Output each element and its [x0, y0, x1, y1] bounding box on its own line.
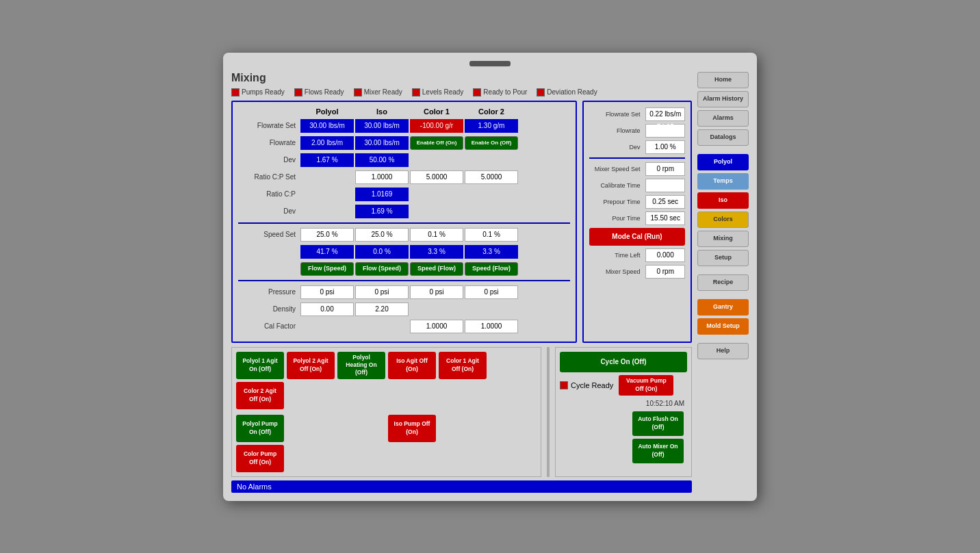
cal-factor-color2[interactable]: 1.0000 [465, 320, 518, 333]
polyol-button[interactable]: Polyol [697, 154, 749, 170]
flowrate-color1-enable[interactable]: Enable Off (On) [410, 136, 463, 150]
right-calibrate-time-label: Calibrate Time [589, 182, 643, 189]
polyol-heating-button[interactable]: Polyol Heating On (Off) [337, 352, 385, 379]
auto-mixer-button[interactable]: Auto Mixer On (Off) [632, 439, 684, 463]
speed-mode-iso[interactable]: Flow (Speed) [355, 262, 409, 276]
speed-set-color1[interactable]: 0.1 % [410, 228, 463, 242]
speed-mode-color2[interactable]: Speed (Flow) [465, 262, 518, 276]
iso-agit-button[interactable]: Iso Agit Off (On) [388, 352, 436, 379]
iso-pump-button[interactable]: Iso Pump Off (On) [388, 415, 436, 442]
mode-cal-run-button[interactable]: Mode Cal (Run) [589, 228, 685, 246]
speed-mode-polyol[interactable]: Flow (Speed) [300, 262, 354, 276]
pressure-polyol[interactable]: 0 psi [300, 285, 354, 299]
pressure-color1[interactable]: 0 psi [410, 285, 463, 299]
ratio-set-color1[interactable]: 5.0000 [410, 170, 463, 184]
right-mixer-speed-value[interactable]: 0 rpm [645, 265, 685, 279]
header-color1: Color 1 [409, 107, 464, 116]
speed-mode-color1[interactable]: Speed (Flow) [410, 262, 463, 276]
polyol-pump-button[interactable]: Polyol Pump On (Off) [236, 415, 284, 442]
speed-actual-iso[interactable]: 0.0 % [355, 245, 409, 259]
right-panel: Flowrate Set 0.22 lbs/m Flowrate 74.25 l… [582, 101, 692, 343]
main-panel: Polyol Iso Color 1 Color 2 Flowrate Set … [231, 101, 692, 343]
setup-button[interactable]: Setup [697, 250, 749, 266]
divider [547, 347, 550, 477]
speed-mode-row: Flow (Speed) Flow (Speed) Speed (Flow) S… [238, 261, 570, 276]
right-mixer-speed-set-value[interactable]: 0 rpm [645, 162, 685, 176]
flowrate-polyol-top[interactable]: 2.00 lbs/m [300, 136, 354, 150]
ratio-set-iso[interactable]: 1.0000 [355, 170, 409, 184]
home-button[interactable]: Home [697, 72, 749, 88]
speed-actual-color2[interactable]: 3.3 % [465, 245, 518, 259]
mixer-ready-label: Mixer Ready [364, 88, 402, 96]
ratio-dev-color2-empty [465, 205, 518, 218]
temps-button[interactable]: Temps [697, 173, 749, 190]
no-alarms-bar: No Alarms [231, 480, 692, 493]
right-calibrate-time-value[interactable]: 83.33 sec [645, 179, 685, 192]
flowrate-set-polyol[interactable]: 30.00 lbs/m [300, 119, 354, 133]
cycle-on-button[interactable]: Cycle On (Off) [560, 352, 687, 372]
speed-mode-empty [239, 262, 299, 276]
help-button[interactable]: Help [697, 343, 749, 359]
alarms-button[interactable]: Alarms [697, 110, 749, 127]
auto-flush-button[interactable]: Auto Flush On (Off) [632, 411, 684, 436]
ratio-iso-top[interactable]: 1.0169 [355, 188, 409, 201]
ready-pour-label: Ready to Pour [483, 88, 527, 96]
right-time-left-value[interactable]: 0.000 [645, 248, 685, 262]
speed-set-label: Speed Set [238, 231, 300, 238]
right-flowrate-set-value[interactable]: 0.22 lbs/m [645, 107, 685, 121]
right-time-left-label: Time Left [589, 252, 643, 259]
header-polyol: Polyol [300, 107, 354, 116]
flowrate-set-color1[interactable]: -100.00 g/r [410, 119, 463, 133]
pressure-color2[interactable]: 0 psi [465, 285, 518, 299]
ratio-dev-iso[interactable]: 1.69 % [355, 205, 409, 218]
flowrate-dev-iso[interactable]: 50.00 % [355, 153, 409, 167]
right-dev-label: Dev [589, 144, 643, 151]
right-prepour-time-value[interactable]: 0.25 sec [645, 195, 685, 209]
ratio-color1-empty [410, 188, 463, 201]
right-dev-value[interactable]: 1.00 % [645, 140, 685, 154]
pressure-iso[interactable]: 0 psi [355, 285, 409, 299]
vacuum-pump-button[interactable]: Vacuum Pump Off (On) [619, 375, 673, 396]
status-ready-to-pour: Ready to Pour [473, 88, 527, 97]
density-iso[interactable]: 2.20 [355, 303, 409, 316]
alarm-history-button[interactable]: Alarm History [697, 91, 749, 107]
dev-label: Dev [238, 156, 300, 164]
right-mixer-speed-row: Mixer Speed 0 rpm [589, 265, 685, 279]
right-flowrate-value[interactable]: 74.25 lbs/m [645, 124, 685, 138]
status-mixer-ready: Mixer Ready [354, 88, 402, 97]
separator-1 [238, 222, 570, 224]
colors-button[interactable]: Colors [697, 211, 749, 228]
separator-2 [238, 280, 570, 281]
recipe-button[interactable]: Recipe [697, 274, 749, 291]
right-mixer-speed-set-label: Mixer Speed Set [589, 166, 643, 172]
speed-set-iso[interactable]: 25.0 % [355, 228, 409, 242]
datalogs-button[interactable]: Datalogs [697, 129, 749, 146]
iso-button[interactable]: Iso [697, 192, 749, 209]
speed-set-color2[interactable]: 0.1 % [465, 228, 518, 242]
color-pump-button[interactable]: Color Pump Off (On) [236, 445, 284, 472]
mixing-button[interactable]: Mixing [697, 231, 749, 247]
flowrate-dev-polyol[interactable]: 1.67 % [300, 153, 354, 167]
right-flowrate-label: Flowrate [589, 127, 643, 134]
flowrate-iso-top[interactable]: 30.00 lbs/m [355, 136, 409, 150]
speed-actual-polyol[interactable]: 41.7 % [300, 245, 354, 259]
mold-setup-button[interactable]: Mold Setup [697, 318, 749, 335]
column-headers: Polyol Iso Color 1 Color 2 [238, 107, 570, 116]
color2-agit-button[interactable]: Color 2 Agit Off (On) [236, 382, 284, 409]
flowrate-color2-enable[interactable]: Enable On (Off) [465, 136, 518, 150]
speed-actual-color1[interactable]: 3.3 % [410, 245, 463, 259]
cal-factor-color1[interactable]: 1.0000 [410, 320, 463, 333]
right-pour-time-value[interactable]: 15.50 sec [645, 211, 685, 225]
flowrate-set-color2[interactable]: 1.30 g/m [465, 119, 518, 133]
polyol2-agit-button[interactable]: Polyol 2 Agit Off (On) [287, 352, 335, 379]
color1-agit-button[interactable]: Color 1 Agit Off (On) [439, 352, 487, 379]
speed-set-polyol[interactable]: 25.0 % [300, 228, 354, 242]
gantry-button[interactable]: Gantry [697, 299, 749, 316]
ratio-set-color2[interactable]: 5.0000 [465, 170, 518, 184]
right-flowrate-set-row: Flowrate Set 0.22 lbs/m [589, 107, 685, 121]
cycle-ready-label: Cycle Ready [571, 381, 613, 389]
polyol1-agit-button[interactable]: Polyol 1 Agit On (Off) [236, 352, 284, 379]
flowrate-set-iso[interactable]: 30.00 lbs/m [355, 119, 409, 133]
status-deviation-ready: Deviation Ready [537, 88, 597, 97]
density-polyol[interactable]: 0.00 [300, 303, 354, 316]
